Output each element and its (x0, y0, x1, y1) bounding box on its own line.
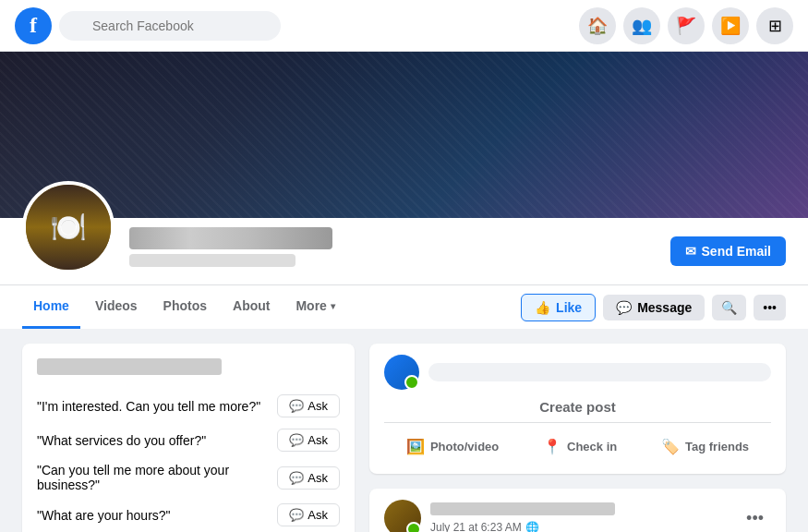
post-avatar (384, 500, 421, 532)
photo-video-button[interactable]: 🖼️ Photo/video (395, 430, 510, 463)
left-column: "I'm interested. Can you tell me more?" … (22, 344, 355, 532)
home-nav-icon[interactable]: 🏠 (579, 7, 616, 44)
create-post-card: Create post 🖼️ Photo/video 📍 Check in 🏷️… (369, 344, 786, 474)
avatar-image (26, 185, 111, 270)
cover-decoration (0, 52, 808, 218)
tab-photos[interactable]: Photos (152, 285, 218, 329)
right-column: Create post 🖼️ Photo/video 📍 Check in 🏷️… (369, 344, 786, 532)
email-icon: ✉ (685, 244, 696, 259)
ask-question-1: "I'm interested. Can you tell me more?" (37, 399, 260, 414)
tab-more[interactable]: More ▾ (284, 285, 345, 329)
post-time: July 21 at 6:23 AM 🌐 (430, 521, 730, 532)
ask-question-3: "Can you tell me more about your busines… (37, 463, 277, 492)
profile-sub-blur (129, 254, 295, 267)
send-email-button[interactable]: ✉ Send Email (670, 236, 786, 266)
flag-nav-icon[interactable]: 🚩 (668, 7, 705, 44)
thumbs-up-icon: 👍 (535, 300, 550, 315)
check-in-button[interactable]: 📍 Check in (532, 430, 628, 463)
more-options-button[interactable]: ••• (754, 295, 786, 320)
ask-question-4: "What are your hours?" (37, 508, 171, 523)
ask-row-1: "I'm interested. Can you tell me more?" … (37, 389, 340, 423)
ask-card-title (37, 358, 340, 378)
tag-friends-button[interactable]: 🏷️ Tag friends (650, 430, 760, 463)
avatar[interactable] (22, 181, 115, 273)
create-post-fake-input[interactable] (428, 363, 771, 381)
chevron-down-icon: ▾ (331, 301, 335, 311)
profile-avatar-wrap (22, 181, 115, 273)
menu-nav-icon[interactable]: ⊞ (756, 7, 793, 44)
create-post-top (384, 355, 771, 390)
ask-row-3: "Can you tell me more about your busines… (37, 457, 340, 498)
nav-icon-group: 🏠 👥 🚩 ▶️ ⊞ (579, 7, 793, 44)
profile-info (129, 227, 656, 273)
photo-video-icon: 🖼️ (406, 438, 425, 455)
messenger-small-icon-2: 💬 (289, 433, 304, 447)
ask-button-3[interactable]: 💬 Ask (277, 466, 340, 490)
post-meta: July 21 at 6:23 AM 🌐 (430, 502, 730, 532)
video-nav-icon[interactable]: ▶️ (712, 7, 749, 44)
create-post-actions: 🖼️ Photo/video 📍 Check in 🏷️ Tag friends (384, 430, 771, 463)
search-page-button[interactable]: 🔍 (712, 295, 746, 320)
messenger-small-icon: 💬 (289, 399, 304, 413)
ask-button-2[interactable]: 💬 Ask (277, 429, 340, 452)
ask-card: "I'm interested. Can you tell me more?" … (22, 344, 355, 532)
create-post-label: Create post (384, 399, 771, 423)
tab-about[interactable]: About (222, 285, 281, 329)
post-card: July 21 at 6:23 AM 🌐 ••• #electrician #e… (369, 489, 786, 532)
post-header: July 21 at 6:23 AM 🌐 ••• (369, 489, 786, 532)
page-tabs: Home Videos Photos About More ▾ 👍 Like 💬… (0, 284, 808, 329)
check-in-icon: 📍 (543, 438, 561, 455)
main-content: "I'm interested. Can you tell me more?" … (0, 329, 808, 532)
message-button[interactable]: 💬 Message (603, 295, 705, 320)
ask-row-2: "What services do you offer?" 💬 Ask (37, 423, 340, 457)
ask-title-blur (37, 358, 222, 375)
profile-subtitle (129, 254, 656, 270)
messenger-small-icon-4: 💬 (289, 508, 304, 522)
profile-name (129, 227, 332, 249)
post-author-blur (430, 502, 615, 515)
post-more-button[interactable]: ••• (739, 505, 771, 532)
globe-icon: 🌐 (525, 521, 539, 532)
messenger-icon: 💬 (616, 300, 632, 315)
ask-question-2: "What services do you offer?" (37, 433, 206, 448)
profile-actions: ✉ Send Email (670, 236, 786, 273)
ask-button-1[interactable]: 💬 Ask (277, 394, 340, 417)
search-wrapper: 🔍 (59, 11, 281, 41)
tab-home[interactable]: Home (22, 285, 80, 329)
tabs-left: Home Videos Photos About More ▾ (22, 285, 517, 329)
tabs-right: 👍 Like 💬 Message 🔍 ••• (521, 286, 786, 329)
ask-button-4[interactable]: 💬 Ask (277, 503, 340, 526)
cover-photo (0, 52, 808, 218)
profile-section: ✉ Send Email (0, 218, 808, 284)
cover-area: ✉ Send Email Home Videos Photos About Mo… (0, 52, 808, 329)
ask-row-4: "What are your hours?" 💬 Ask (37, 498, 340, 532)
user-avatar-small (384, 355, 419, 390)
search-input[interactable] (59, 11, 281, 41)
tab-videos[interactable]: Videos (84, 285, 149, 329)
top-navigation: f 🔍 🏠 👥 🚩 ▶️ ⊞ (0, 0, 808, 52)
like-button[interactable]: 👍 Like (521, 294, 596, 321)
facebook-logo[interactable]: f (15, 7, 52, 44)
tag-friends-icon: 🏷️ (661, 438, 680, 455)
friends-nav-icon[interactable]: 👥 (623, 7, 660, 44)
messenger-small-icon-3: 💬 (289, 471, 304, 485)
